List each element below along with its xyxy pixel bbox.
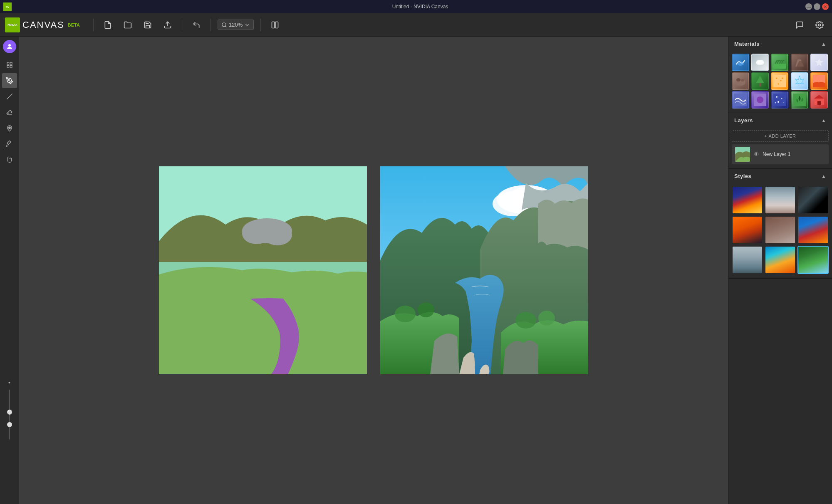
brush-tool-button[interactable]	[2, 73, 17, 88]
export-button[interactable]	[160, 17, 175, 32]
style-rocky[interactable]	[765, 216, 796, 244]
nvidia-text: NVIDIA	[7, 23, 17, 26]
material-rock[interactable]	[791, 54, 808, 71]
add-layer-button[interactable]: + ADD LAYER	[732, 130, 829, 142]
material-sand[interactable]	[771, 72, 788, 90]
material-tree[interactable]	[751, 72, 769, 90]
pan-tool-button[interactable]	[2, 152, 17, 167]
layers-header[interactable]: Layers ▲	[728, 113, 832, 128]
styles-section: Styles ▲	[728, 169, 832, 279]
layers-section: Layers ▲ + ADD LAYER 👁 New Layer 1	[728, 113, 832, 169]
style-orange-mtn[interactable]	[732, 216, 763, 244]
svg-line-12	[7, 94, 12, 99]
style-misty[interactable]	[732, 246, 763, 274]
material-wave[interactable]	[732, 91, 749, 109]
svg-point-28	[538, 311, 555, 326]
photo-canvas	[380, 166, 588, 374]
svg-point-56	[783, 102, 784, 103]
svg-point-13	[8, 127, 10, 129]
slider-handle-top[interactable]	[7, 410, 12, 415]
layer-item[interactable]: 👁 New Layer 1	[732, 144, 829, 164]
slider-handle-bottom[interactable]	[7, 422, 12, 427]
materials-header[interactable]: Materials ▲	[728, 37, 832, 51]
svg-rect-42	[773, 75, 786, 87]
layer-name: New Layer 1	[763, 151, 825, 157]
svg-point-11	[8, 80, 10, 81]
svg-point-43	[776, 78, 778, 79]
toolbar-separator-4	[260, 19, 261, 31]
canvas-area	[19, 37, 728, 504]
style-dark-arch[interactable]	[797, 186, 829, 214]
close-button[interactable]: ✕	[822, 3, 829, 10]
window-controls: — □ ✕	[805, 3, 829, 10]
style-thumb-2	[765, 187, 795, 213]
brush-size-slider[interactable]: ●	[0, 327, 19, 493]
material-barn[interactable]	[810, 91, 828, 109]
photo-svg	[380, 166, 588, 374]
svg-point-44	[780, 80, 782, 82]
undo-button[interactable]	[189, 17, 204, 32]
material-desert[interactable]	[810, 72, 828, 90]
style-sunset-sea[interactable]	[797, 216, 829, 244]
svg-rect-4	[275, 22, 278, 28]
line-tool-button[interactable]	[2, 89, 17, 104]
eraser-tool-button[interactable]	[2, 105, 17, 120]
zoom-control[interactable]: 120%	[218, 20, 254, 30]
material-dirt[interactable]	[732, 72, 749, 90]
style-cloud-dramatic[interactable]	[765, 186, 796, 214]
svg-rect-3	[272, 22, 275, 28]
materials-grid	[728, 51, 832, 113]
layer-visibility-button[interactable]: 👁	[753, 151, 759, 158]
zoom-value: 120%	[229, 22, 243, 28]
layers-content: + ADD LAYER 👁 New Layer 1	[728, 128, 832, 168]
canvas-text: CANVAS	[22, 20, 64, 30]
svg-point-5	[819, 24, 821, 26]
material-grass[interactable]	[771, 54, 788, 71]
main-area: ●	[0, 37, 832, 504]
material-water[interactable]	[732, 54, 749, 71]
material-purple[interactable]	[751, 91, 769, 109]
materials-section: Materials ▲	[728, 37, 832, 113]
svg-line-2	[225, 26, 227, 27]
styles-grid	[728, 183, 832, 278]
svg-rect-33	[773, 64, 786, 69]
material-cloud[interactable]	[751, 54, 769, 71]
settings-button[interactable]	[812, 17, 827, 32]
styles-header[interactable]: Styles ▲	[728, 169, 832, 183]
maximize-button[interactable]: □	[814, 3, 820, 10]
user-avatar[interactable]	[3, 40, 16, 53]
eyedropper-tool-button[interactable]	[2, 136, 17, 151]
drawing-canvas[interactable]	[159, 166, 367, 374]
svg-marker-60	[814, 95, 824, 99]
grid-toggle-button[interactable]	[2, 57, 17, 72]
style-thumb-9	[798, 247, 828, 273]
style-mountains-blue[interactable]	[732, 186, 763, 214]
svg-rect-8	[10, 62, 12, 64]
svg-point-38	[736, 78, 740, 82]
materials-title: Materials	[734, 41, 760, 47]
svg-rect-7	[7, 62, 9, 64]
svg-rect-10	[10, 65, 12, 67]
toolbar-separator-2	[182, 19, 182, 31]
save-button[interactable]	[140, 17, 155, 32]
style-alpine[interactable]	[797, 246, 829, 274]
svg-marker-36	[815, 58, 823, 66]
toolbar-separator-3	[210, 19, 211, 31]
drawing-svg	[159, 166, 367, 374]
minimize-button[interactable]: —	[805, 3, 812, 10]
style-tropical[interactable]	[765, 246, 796, 274]
svg-point-25	[395, 306, 416, 322]
new-button[interactable]	[100, 17, 115, 32]
material-green2[interactable]	[791, 91, 808, 109]
style-thumb-3	[798, 187, 828, 213]
svg-point-1	[222, 22, 226, 26]
styles-title: Styles	[734, 173, 751, 179]
fill-tool-button[interactable]	[2, 121, 17, 136]
material-sparkle[interactable]	[771, 91, 788, 109]
toggle-view-button[interactable]	[267, 17, 282, 32]
material-ice[interactable]	[791, 72, 808, 90]
svg-point-32	[759, 60, 764, 64]
chat-button[interactable]	[792, 17, 807, 32]
open-button[interactable]	[120, 17, 135, 32]
material-snow[interactable]	[810, 54, 828, 71]
